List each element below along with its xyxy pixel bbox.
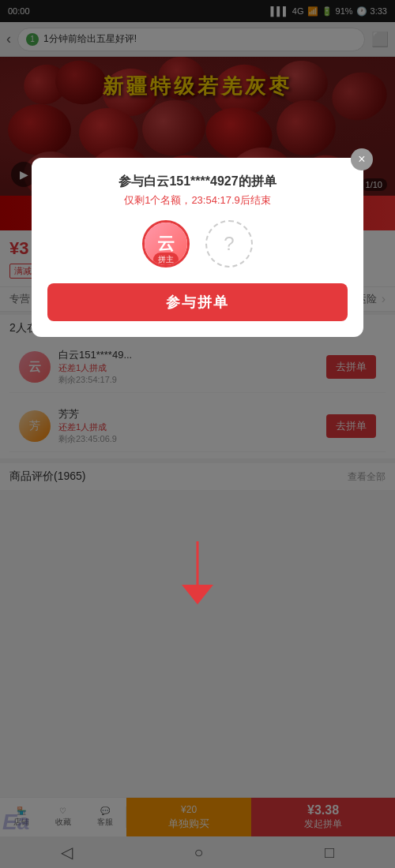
host-label: 拼主 <box>153 253 179 267</box>
host-avatar-wrap: 云 拼主 <box>142 220 190 268</box>
popup-close-button[interactable]: × <box>351 148 373 170</box>
host-avatar: 云 拼主 <box>142 220 190 268</box>
popup-avatars: 云 拼主 ? <box>47 220 348 268</box>
red-arrow <box>174 541 221 608</box>
participant-avatar: ? <box>205 220 253 268</box>
popup-modal: × 参与白云151****4927的拼单 仅剩1个名额，23:54:17.9后结… <box>32 158 363 337</box>
svg-marker-1 <box>182 585 213 604</box>
join-pindan-button[interactable]: 参与拼单 <box>47 283 348 321</box>
popup-subtitle: 仅剩1个名额，23:54:17.9后结束 <box>47 193 348 208</box>
overlay-backdrop[interactable] <box>0 0 395 868</box>
participant-avatar-wrap: ? <box>205 220 253 268</box>
popup-title: 参与白云151****4927的拼单 <box>47 174 348 190</box>
